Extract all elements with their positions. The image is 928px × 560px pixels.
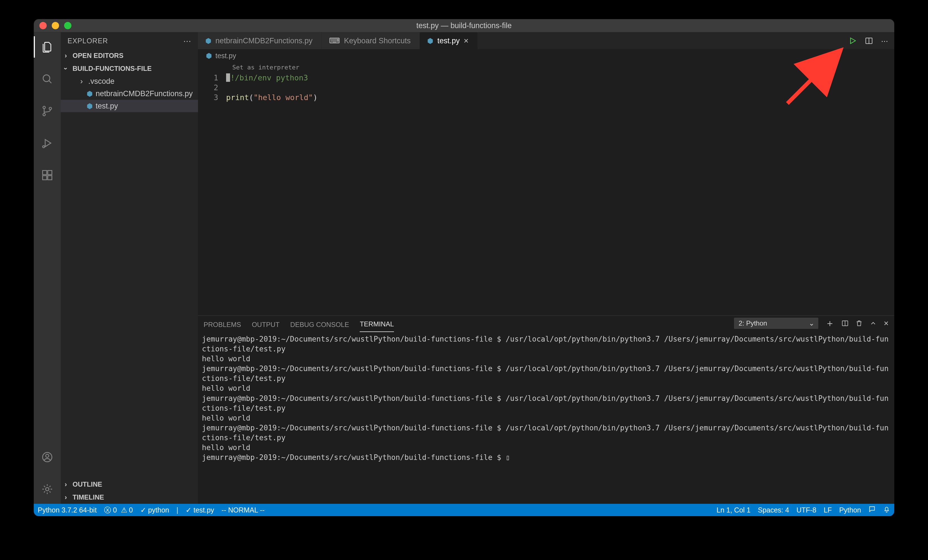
activity-search[interactable] bbox=[34, 68, 61, 90]
terminal-line: hello world bbox=[202, 383, 890, 393]
kill-terminal-button[interactable] bbox=[855, 320, 863, 327]
tab-label: test.py bbox=[437, 37, 460, 45]
panel-tab-terminal[interactable]: TERMINAL bbox=[360, 320, 394, 332]
tab-netbrain[interactable]: ⬢ netbrainCMDB2Functions.py bbox=[198, 32, 322, 49]
line-number: 2 bbox=[198, 82, 226, 93]
activity-bar bbox=[34, 32, 61, 504]
panel-tab-debug-console[interactable]: DEBUG CONSOLE bbox=[290, 321, 349, 332]
close-tab-button[interactable]: × bbox=[464, 36, 469, 46]
svg-point-1 bbox=[43, 106, 45, 108]
terminal-line: jemurray@mbp-2019:~/Documents/src/wustlP… bbox=[202, 394, 890, 413]
terminal-select-label: 2: Python bbox=[739, 319, 767, 327]
status-feedback-button[interactable] bbox=[868, 505, 876, 514]
editor-group: ⬢ netbrainCMDB2Functions.py ⌨ Keyboard S… bbox=[198, 32, 894, 504]
code-editor[interactable]: 1 2 3 !/bin/env python3 print("hello wor… bbox=[198, 72, 894, 102]
svg-point-0 bbox=[43, 75, 50, 81]
chevron-right-icon: › bbox=[62, 52, 70, 60]
status-eol[interactable]: LF bbox=[824, 506, 832, 514]
activity-extensions[interactable] bbox=[34, 165, 61, 186]
gear-icon bbox=[41, 483, 53, 495]
trash-icon bbox=[855, 320, 863, 327]
tab-bar: ⬢ netbrainCMDB2Functions.py ⌨ Keyboard S… bbox=[198, 32, 894, 49]
terminal-line: hello world bbox=[202, 443, 890, 453]
status-lint-file[interactable]: ✓ test.py bbox=[186, 506, 214, 514]
python-icon: ⬢ bbox=[205, 37, 211, 45]
status-notifications-button[interactable] bbox=[883, 505, 890, 514]
svg-point-3 bbox=[49, 107, 52, 110]
run-file-button[interactable] bbox=[849, 37, 857, 45]
chevron-up-icon bbox=[870, 320, 877, 327]
folder-section[interactable]: › BUILD-FUNCTIONS-FILE bbox=[61, 62, 198, 75]
panel-tab-output[interactable]: OUTPUT bbox=[252, 321, 279, 332]
panel-tab-problems[interactable]: PROBLEMS bbox=[204, 321, 241, 332]
split-editor-button[interactable] bbox=[865, 37, 873, 45]
svg-point-4 bbox=[43, 146, 45, 148]
status-problems[interactable]: ⓧ 0 ⚠ 0 bbox=[104, 505, 133, 515]
editor-more-button[interactable]: ··· bbox=[881, 36, 888, 46]
file-label: netbrainCMDB2Functions.py bbox=[96, 89, 192, 98]
warning-icon: ⚠ bbox=[121, 506, 127, 514]
terminal-select[interactable]: 2: Python ⌄ bbox=[734, 318, 818, 329]
tab-keyboard-shortcuts[interactable]: ⌨ Keyboard Shortcuts bbox=[322, 32, 420, 49]
activity-explorer[interactable] bbox=[34, 36, 61, 58]
terminal-line: jemurray@mbp-2019:~/Documents/src/wustlP… bbox=[202, 423, 890, 443]
status-lint-python[interactable]: ✓ python bbox=[140, 506, 169, 514]
activity-source-control[interactable] bbox=[34, 100, 61, 122]
sidebar-header: EXPLORER ··· bbox=[61, 32, 198, 49]
codelens-set-interpreter[interactable]: Set as interpreter bbox=[198, 64, 894, 72]
status-bar: Python 3.7.2 64-bit ⓧ 0 ⚠ 0 ✓ python | ✓… bbox=[34, 504, 894, 516]
maximize-panel-button[interactable] bbox=[870, 320, 877, 327]
python-icon: ⬢ bbox=[87, 102, 93, 110]
sidebar-title: EXPLORER bbox=[67, 37, 108, 45]
code-lines: !/bin/env python3 print("hello world") bbox=[226, 72, 894, 102]
activity-run[interactable] bbox=[34, 133, 61, 154]
chevron-down-icon: ⌄ bbox=[809, 319, 814, 327]
bell-icon bbox=[883, 505, 890, 513]
section-label: OPEN EDITORS bbox=[73, 52, 124, 60]
close-panel-button[interactable]: × bbox=[884, 319, 888, 328]
svg-point-2 bbox=[43, 114, 45, 116]
branch-icon bbox=[41, 105, 53, 117]
terminal-line: jemurray@mbp-2019:~/Documents/src/wustlP… bbox=[202, 334, 890, 354]
status-indent[interactable]: Spaces: 4 bbox=[758, 506, 789, 514]
terminal-line: hello world bbox=[202, 354, 890, 364]
sidebar-more-button[interactable]: ··· bbox=[183, 36, 191, 46]
tree-file-test[interactable]: ⬢ test.py bbox=[61, 100, 198, 112]
status-encoding[interactable]: UTF-8 bbox=[797, 506, 817, 514]
chevron-right-icon: › bbox=[62, 481, 70, 488]
status-interpreter[interactable]: Python 3.7.2 64-bit bbox=[38, 506, 97, 514]
terminal[interactable]: jemurray@mbp-2019:~/Documents/src/wustlP… bbox=[198, 332, 894, 504]
timeline-section[interactable]: › TIMELINE bbox=[61, 491, 198, 504]
activity-settings[interactable] bbox=[34, 479, 61, 500]
section-label: BUILD-FUNCTIONS-FILE bbox=[73, 65, 151, 73]
files-icon bbox=[41, 41, 53, 53]
activity-accounts[interactable] bbox=[34, 446, 61, 468]
status-cursor-pos[interactable]: Ln 1, Col 1 bbox=[717, 506, 751, 514]
terminal-line: jemurray@mbp-2019:~/Documents/src/wustlP… bbox=[202, 453, 890, 462]
breadcrumb-file: test.py bbox=[215, 52, 236, 60]
panel-tabs: PROBLEMS OUTPUT DEBUG CONSOLE TERMINAL 2… bbox=[198, 316, 894, 332]
gutter: 1 2 3 bbox=[198, 72, 226, 102]
python-icon: ⬢ bbox=[87, 90, 93, 98]
section-label: TIMELINE bbox=[73, 493, 104, 501]
extensions-icon bbox=[41, 169, 53, 181]
account-icon bbox=[41, 451, 53, 463]
tree-file-netbrain[interactable]: ⬢ netbrainCMDB2Functions.py bbox=[61, 87, 198, 100]
file-label: test.py bbox=[96, 102, 118, 110]
play-icon bbox=[849, 37, 857, 45]
file-tree: › .vscode ⬢ netbrainCMDB2Functions.py ⬢ … bbox=[61, 75, 198, 112]
titlebar: test.py — build-functions-file bbox=[34, 19, 894, 32]
tab-test[interactable]: ⬢ test.py × bbox=[420, 32, 478, 49]
breadcrumb[interactable]: ⬢ test.py bbox=[198, 49, 894, 62]
split-terminal-button[interactable] bbox=[841, 320, 849, 327]
outline-section[interactable]: › OUTLINE bbox=[61, 478, 198, 491]
sidebar: EXPLORER ··· › OPEN EDITORS › BUILD-FUNC… bbox=[61, 32, 198, 504]
tree-folder-vscode[interactable]: › .vscode bbox=[61, 75, 198, 87]
terminal-line: hello world bbox=[202, 413, 890, 423]
cursor bbox=[226, 73, 230, 82]
new-terminal-button[interactable]: ＋ bbox=[825, 317, 835, 330]
open-editors-section[interactable]: › OPEN EDITORS bbox=[61, 49, 198, 62]
status-vim-mode: -- NORMAL -- bbox=[221, 506, 265, 514]
svg-point-10 bbox=[46, 454, 49, 458]
status-language[interactable]: Python bbox=[839, 506, 861, 514]
